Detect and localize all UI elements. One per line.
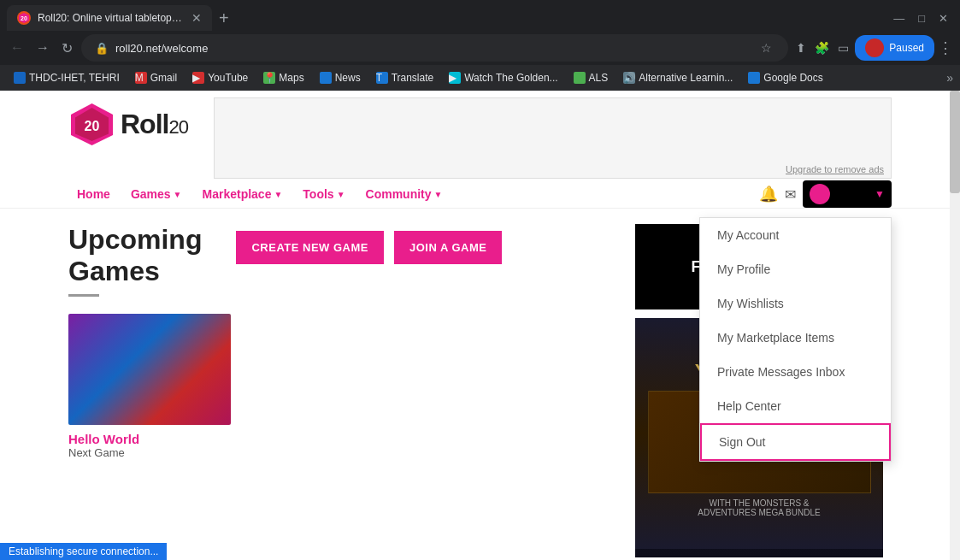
profile-avatar: [865, 38, 884, 57]
game-cards-row: Hello World Next Game: [68, 314, 635, 459]
share-icon[interactable]: ⬆: [793, 38, 809, 57]
main-content: Upcoming Games CREATE NEW GAME JOIN A GA…: [68, 224, 635, 557]
tab-title: Roll20: Online virtual tabletop fo...: [38, 12, 185, 24]
svg-text:20: 20: [85, 119, 100, 133]
page-content: 20 Roll20 Upgrade to remove ads Home Gam…: [0, 91, 960, 560]
site-logo[interactable]: 20 Roll20: [68, 101, 188, 148]
tab-bar: 20 Roll20: Online virtual tabletop fo...…: [0, 0, 960, 31]
bookmark-gdocs[interactable]: Google Docs: [741, 70, 829, 85]
bookmark-translate-icon: T: [376, 72, 388, 84]
join-game-button[interactable]: JOIN A GAME: [394, 231, 503, 264]
nav-tools[interactable]: Tools ▼: [294, 187, 353, 201]
bookmark-als[interactable]: ALS: [567, 70, 615, 85]
logo-icon: 20: [68, 101, 115, 148]
new-tab-button[interactable]: +: [219, 9, 229, 28]
bookmark-news-icon: [320, 72, 332, 84]
profile-button[interactable]: Paused: [855, 35, 934, 61]
messages-icon[interactable]: ✉: [785, 186, 796, 203]
create-new-game-button[interactable]: CREATE NEW GAME: [236, 231, 384, 264]
dropdown-my-wishlists[interactable]: My Wishlists: [700, 286, 891, 321]
game-card: Hello World Next Game: [68, 314, 231, 459]
game-card-subtitle: Next Game: [68, 446, 231, 459]
bookmark-als-label: ALS: [589, 72, 609, 84]
user-avatar: [810, 184, 830, 204]
status-bar: Establishing secure connection...: [0, 543, 167, 560]
dropdown-my-account[interactable]: My Account: [700, 218, 891, 252]
dropdown-my-profile[interactable]: My Profile: [700, 252, 891, 286]
bookmark-maps-label: Maps: [279, 72, 303, 84]
bookmark-translate[interactable]: T Translate: [369, 70, 441, 85]
marketplace-arrow-icon: ▼: [274, 190, 282, 199]
main-navigation: Home Games ▼ Marketplace ▼ Tools ▼ Commu…: [0, 180, 960, 209]
dropdown-private-messages[interactable]: Private Messages Inbox: [700, 355, 891, 389]
bookmark-gmail-icon: M: [135, 72, 147, 84]
bookmark-maps-icon: 📍: [263, 72, 275, 84]
nav-home[interactable]: Home: [68, 187, 119, 201]
bookmark-thdc[interactable]: THDC-IHET, TEHRI: [7, 70, 127, 85]
maximize-button[interactable]: □: [913, 10, 930, 27]
nav-marketplace[interactable]: Marketplace ▼: [194, 187, 292, 201]
paused-label: Paused: [889, 42, 924, 54]
upgrade-link[interactable]: Upgrade to remove ads: [786, 164, 884, 174]
logo-text: Roll20: [121, 109, 188, 140]
title-divider: [68, 294, 99, 297]
bookmark-news-label: News: [335, 72, 361, 84]
page-title-block: Upcoming Games: [68, 224, 202, 297]
forward-button[interactable]: →: [32, 37, 53, 59]
notification-bell-icon[interactable]: 🔔: [759, 185, 778, 203]
minimize-button[interactable]: —: [888, 10, 910, 27]
bookmark-news[interactable]: News: [313, 70, 368, 85]
page-title: Upcoming Games: [68, 224, 202, 287]
username-display: [835, 186, 869, 202]
refresh-button[interactable]: ↻: [58, 37, 76, 60]
bookmark-golden[interactable]: ▶ Watch The Golden...: [442, 70, 564, 85]
bookmark-gmail-label: Gmail: [150, 72, 177, 84]
extension-icon[interactable]: 🧩: [812, 38, 832, 57]
address-bar[interactable]: 🔒 roll20.net/welcome ☆: [81, 34, 788, 62]
bookmark-golden-label: Watch The Golden...: [464, 72, 557, 84]
game-card-image: [68, 314, 231, 425]
dropdown-help-center[interactable]: Help Center: [700, 389, 891, 423]
status-text: Establishing secure connection...: [9, 545, 158, 557]
bookmarks-bar: THDC-IHET, TEHRI M Gmail ▶ YouTube 📍 Map…: [0, 65, 960, 91]
dropdown-my-marketplace-items[interactable]: My Marketplace Items: [700, 321, 891, 355]
url-display: roll20.net/welcome: [115, 42, 751, 55]
bookmark-maps[interactable]: 📍 Maps: [256, 70, 310, 85]
user-dropdown-menu: My Account My Profile My Wishlists My Ma…: [699, 217, 892, 462]
bookmark-als-icon: [574, 72, 586, 84]
nav-games[interactable]: Games ▼: [122, 187, 191, 201]
chrome-cast-icon[interactable]: ▭: [835, 38, 851, 57]
bookmark-youtube[interactable]: ▶ YouTube: [186, 70, 255, 85]
game-card-title[interactable]: Hello World: [68, 432, 231, 446]
ad-banner: Upgrade to remove ads: [214, 97, 892, 179]
more-options-button[interactable]: ⋮: [938, 38, 953, 57]
window-controls: — □ ✕: [888, 10, 953, 27]
bookmark-alt-learning[interactable]: 🔊 Alternative Learnin...: [616, 70, 739, 85]
tab-favicon: 20: [17, 11, 31, 25]
star-icon[interactable]: ☆: [758, 38, 774, 57]
browser-actions: ⬆ 🧩 ▭ Paused ⋮: [793, 35, 953, 61]
bookmark-youtube-label: YouTube: [208, 72, 248, 84]
user-menu-arrow-icon: ▼: [875, 188, 885, 200]
nav-community[interactable]: Community ▼: [357, 187, 451, 201]
bookmark-alt-learning-icon: 🔊: [623, 72, 635, 84]
bookmark-thdc-icon: [14, 72, 26, 84]
bookmark-translate-label: Translate: [392, 72, 434, 84]
tab-close-button[interactable]: ✕: [191, 11, 202, 25]
bookmark-gmail[interactable]: M Gmail: [128, 70, 184, 85]
bookmark-thdc-label: THDC-IHET, TEHRI: [29, 72, 120, 84]
bookmark-gdocs-icon: [748, 72, 760, 84]
community-arrow-icon: ▼: [434, 190, 443, 199]
bookmark-youtube-icon: ▶: [192, 72, 204, 84]
back-button[interactable]: ←: [7, 37, 27, 59]
close-window-button[interactable]: ✕: [933, 10, 953, 27]
user-menu-button[interactable]: ▼: [803, 180, 892, 208]
bookmark-alt-learning-label: Alternative Learnin...: [639, 72, 733, 84]
nav-right-actions: 🔔 ✉ ▼: [759, 180, 892, 208]
active-tab[interactable]: 20 Roll20: Online virtual tabletop fo...…: [7, 5, 212, 31]
dropdown-sign-out[interactable]: Sign Out: [700, 423, 891, 461]
title-action-row: Upcoming Games CREATE NEW GAME JOIN A GA…: [68, 224, 635, 297]
promo-bundle-text: WITH THE MONSTERS &ADVENTURES MEGA BUNDL…: [698, 498, 820, 517]
address-bar-row: ← → ↻ 🔒 roll20.net/welcome ☆ ⬆ 🧩 ▭ Pause…: [0, 31, 960, 65]
bookmarks-more-button[interactable]: »: [946, 71, 953, 85]
